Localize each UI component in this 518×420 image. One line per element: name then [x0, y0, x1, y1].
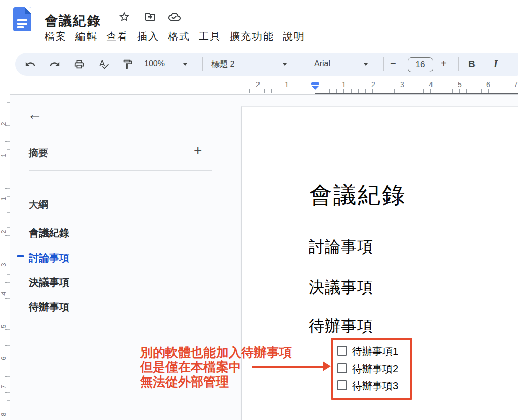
decrease-font-size-button[interactable]: −: [390, 58, 396, 69]
zoom-caret-icon[interactable]: [183, 63, 187, 66]
menu-tools[interactable]: 工具: [199, 30, 221, 44]
italic-button[interactable]: I: [494, 58, 498, 70]
doc-heading[interactable]: 待辦事項: [309, 316, 373, 337]
ruler-label: 1: [0, 195, 7, 202]
docs-icon[interactable]: [13, 7, 31, 31]
ruler-label: 5: [456, 80, 463, 89]
bold-button[interactable]: B: [468, 59, 476, 70]
outline-label: 大綱: [29, 198, 48, 212]
arrow-right-icon: [323, 361, 331, 371]
ruler-label: 8: [0, 411, 7, 418]
outline-item-active[interactable]: 討論事項: [29, 251, 69, 265]
menu-insert[interactable]: 插入: [137, 30, 159, 44]
indent-marker-icon[interactable]: [311, 82, 319, 85]
arrow-right-icon: [252, 366, 323, 368]
ruler-label: 7: [512, 80, 518, 89]
zoom-select[interactable]: 100%: [144, 59, 165, 68]
divider: [29, 170, 212, 171]
move-folder-icon[interactable]: [144, 11, 156, 23]
toolbar-separator: [383, 57, 384, 71]
doc-heading-title[interactable]: 會議紀錄: [309, 180, 406, 211]
horizontal-ruler: [243, 89, 518, 93]
menu-view[interactable]: 查看: [106, 30, 128, 44]
ruler-label: 2: [370, 80, 377, 89]
annotation-line: 別的軟體也能加入待辦事項: [140, 345, 292, 360]
vertical-ruler: [7, 95, 10, 418]
spellcheck-icon[interactable]: [98, 59, 109, 70]
ruler-label: 6: [485, 80, 492, 89]
print-icon[interactable]: [74, 59, 85, 70]
increase-font-size-button[interactable]: +: [441, 58, 447, 69]
doc-heading[interactable]: 討論事項: [309, 236, 373, 258]
toolbar-separator: [303, 57, 303, 71]
summary-label: 摘要: [29, 147, 48, 160]
ruler-label: 1: [340, 80, 348, 89]
cloud-saved-icon[interactable]: [168, 11, 181, 23]
ruler-label: 6: [0, 355, 7, 362]
toolbar-separator: [202, 57, 203, 71]
indent-marker-icon[interactable]: [311, 86, 319, 90]
paint-format-icon[interactable]: [122, 59, 133, 70]
outline-item[interactable]: 會議紀錄: [29, 226, 69, 240]
divider: [10, 94, 518, 95]
add-summary-button[interactable]: +: [194, 143, 202, 157]
ruler-label: 4: [0, 290, 7, 297]
toolbar: 100% 標題 2 Arial − 16 + B I: [15, 53, 518, 76]
divider: [10, 95, 10, 420]
close-outline-button[interactable]: ←: [27, 107, 42, 122]
redo-icon[interactable]: [49, 59, 60, 70]
ruler-label: 1: [0, 152, 7, 159]
ruler-text-area-line: [315, 93, 518, 94]
menu-extensions[interactable]: 擴充功能: [230, 30, 274, 44]
annotation-highlight-box: [331, 338, 412, 400]
style-caret-icon[interactable]: [283, 63, 287, 66]
outline-item[interactable]: 決議事項: [29, 276, 69, 289]
ruler-label: 3: [399, 80, 406, 89]
google-docs-app: 會議紀錄 檔案 編輯 查看 插入 格式 工具 擴充功能 說明: [0, 0, 518, 420]
star-icon[interactable]: [118, 11, 131, 23]
undo-icon[interactable]: [25, 59, 36, 70]
toolbar-separator: [458, 57, 459, 71]
active-outline-marker: [17, 255, 24, 257]
menu-bar: 檔案 編輯 查看 插入 格式 工具 擴充功能 說明: [45, 30, 305, 44]
annotation-line: 無法從外部管理: [140, 374, 292, 389]
menu-help[interactable]: 說明: [283, 30, 305, 44]
paragraph-style-select[interactable]: 標題 2: [211, 59, 234, 70]
ruler-label: 2: [254, 80, 262, 89]
ruler-label: 2: [0, 228, 7, 235]
menu-edit[interactable]: 編輯: [75, 30, 98, 44]
ruler-label: 1: [283, 80, 290, 89]
menu-format[interactable]: 格式: [168, 30, 190, 44]
ruler-label: 7: [0, 383, 7, 390]
font-caret-icon[interactable]: [364, 63, 368, 66]
font-family-select[interactable]: Arial: [314, 59, 330, 68]
menu-file[interactable]: 檔案: [45, 30, 67, 44]
ruler-label: 5: [0, 323, 7, 330]
ruler-label: 3: [0, 261, 7, 268]
document-title-input[interactable]: 會議紀錄: [45, 12, 101, 30]
ruler-label: 2: [0, 120, 7, 128]
ruler-label: 4: [427, 80, 435, 89]
outline-item[interactable]: 待辦事項: [29, 300, 69, 314]
doc-heading[interactable]: 決議事項: [309, 277, 373, 298]
font-size-input[interactable]: 16: [408, 57, 433, 72]
